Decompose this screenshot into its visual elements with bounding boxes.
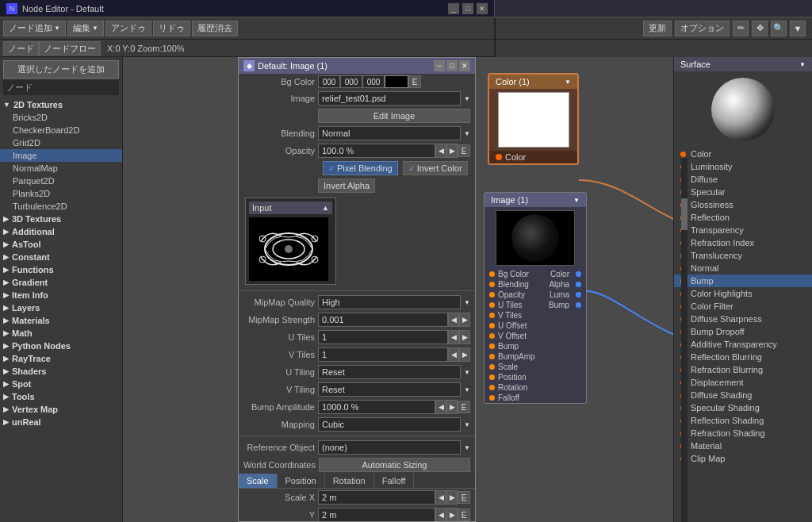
search-btn[interactable]: 🔍 xyxy=(771,21,787,36)
invert-color-btn[interactable]: ✓ Invert Color xyxy=(403,161,468,175)
bg-color-e-btn[interactable]: E xyxy=(408,75,421,88)
surface-item-color[interactable]: Color xyxy=(674,148,812,160)
tree-grid2d[interactable]: Grid2D xyxy=(0,136,122,149)
redo-btn[interactable]: リドゥ xyxy=(153,21,190,36)
surface-item-diffuse[interactable]: Diffuse xyxy=(674,173,812,186)
scale-x-input[interactable] xyxy=(318,490,435,505)
v-tiling-select[interactable]: Reset xyxy=(318,382,461,397)
category-constant[interactable]: ▶ Constant xyxy=(0,251,122,263)
v-tiles-right-btn[interactable]: ▶ xyxy=(459,347,470,362)
category-additional[interactable]: ▶ Additional xyxy=(0,225,122,238)
bg-color-g[interactable] xyxy=(340,75,362,88)
category-2d-textures[interactable]: ▼ 2D Textures xyxy=(0,98,122,111)
category-vertex-map[interactable]: ▶ Vertex Map xyxy=(0,403,122,416)
category-astool[interactable]: ▶ AsTool xyxy=(0,238,122,251)
tree-turbulence2d[interactable]: Turbulence2D xyxy=(0,200,122,213)
mapping-select[interactable]: Cubic xyxy=(318,417,461,432)
category-shaders[interactable]: ▶ Shaders xyxy=(0,365,122,378)
category-math[interactable]: ▶ Math xyxy=(0,327,122,340)
category-item-info[interactable]: ▶ Item Info xyxy=(0,289,122,301)
scale-x-left-btn[interactable]: ◀ xyxy=(435,490,446,505)
surface-item-specular-shading[interactable]: Specular Shading xyxy=(674,401,812,414)
node-editor-close-btn[interactable]: ✕ xyxy=(477,3,488,14)
surface-item-normal[interactable]: Normal xyxy=(674,262,812,274)
image-select[interactable]: relief_test01.psd xyxy=(318,91,461,106)
invert-alpha-btn[interactable]: Invert Alpha xyxy=(318,178,375,193)
bg-color-preview[interactable] xyxy=(385,75,408,88)
surface-item-reflection-shading[interactable]: Reflection Shading xyxy=(674,414,812,427)
dialog-close-btn[interactable]: ✕ xyxy=(459,60,470,71)
move-btn[interactable]: ✥ xyxy=(752,21,768,36)
bump-right-btn[interactable]: ▶ xyxy=(446,400,458,414)
canvas-area[interactable]: ◆ Default: Image (1) − □ ✕ Bg Color E xyxy=(123,57,673,522)
pixel-blending-btn[interactable]: ✓ Pixel Blending xyxy=(323,161,398,175)
category-layers[interactable]: ▶ Layers xyxy=(0,301,122,314)
category-unreal[interactable]: ▶ unReal xyxy=(0,416,122,428)
node-editor-minimize-btn[interactable]: _ xyxy=(448,3,459,14)
mipmap-right-btn[interactable]: ▶ xyxy=(459,313,470,327)
tree-normalmap[interactable]: NormalMap xyxy=(0,162,122,175)
dialog-minimize-btn[interactable]: − xyxy=(434,60,445,71)
surface-item-transparency[interactable]: Transparency xyxy=(674,224,812,236)
scale-x-e-btn[interactable]: E xyxy=(458,491,470,504)
surface-item-luminosity[interactable]: Luminosity xyxy=(674,160,812,173)
dialog-maximize-btn[interactable]: □ xyxy=(446,60,458,71)
add-node-btn[interactable]: ノード追加▼ xyxy=(3,21,66,36)
surface-item-color-highlights[interactable]: Color Highlights xyxy=(674,287,812,300)
edit-image-btn[interactable]: Edit Image xyxy=(318,109,470,123)
scale-y-right-btn[interactable]: ▶ xyxy=(446,508,458,522)
category-raytrace[interactable]: ▶ RayTrace xyxy=(0,352,122,365)
surface-item-refraction-shading[interactable]: Refraction Shading xyxy=(674,427,812,439)
v-tiles-input[interactable] xyxy=(318,347,448,362)
category-gradient[interactable]: ▶ Gradient xyxy=(0,276,122,289)
bg-color-r[interactable] xyxy=(318,75,340,88)
surface-item-color-filter[interactable]: Color Filter xyxy=(674,300,812,313)
surface-item-material[interactable]: Material xyxy=(674,439,812,452)
clear-history-btn[interactable]: 履歴消去 xyxy=(192,21,238,36)
tab-position[interactable]: Position xyxy=(278,474,325,488)
opacity-input[interactable] xyxy=(318,144,435,158)
scale-y-left-btn[interactable]: ◀ xyxy=(435,508,446,522)
category-tools[interactable]: ▶ Tools xyxy=(0,390,122,403)
bump-amplitude-input[interactable] xyxy=(318,400,435,414)
pencil-btn[interactable]: ✏ xyxy=(733,21,749,36)
scale-x-right-btn[interactable]: ▶ xyxy=(446,490,458,505)
surface-item-specular[interactable]: Specular xyxy=(674,186,812,198)
opacity-right-btn[interactable]: ▶ xyxy=(446,144,458,158)
blending-select[interactable]: Normal xyxy=(318,126,461,140)
surface-item-additive-transparency[interactable]: Additive Transparency xyxy=(674,338,812,351)
surface-item-diffuse-sharpness[interactable]: Diffuse Sharpness xyxy=(674,313,812,325)
opacity-left-btn[interactable]: ◀ xyxy=(435,144,446,158)
bg-color-b[interactable] xyxy=(362,75,385,88)
u-tiles-left-btn[interactable]: ◀ xyxy=(448,330,459,344)
surface-item-refraction-index[interactable]: Refraction Index xyxy=(674,236,812,249)
world-coordinates-btn[interactable]: Automatic Sizing xyxy=(319,458,470,472)
reference-object-select[interactable]: (none) xyxy=(318,440,461,455)
category-3d-textures[interactable]: ▶ 3D Textures xyxy=(0,213,122,225)
opacity-e-btn[interactable]: E xyxy=(458,144,470,157)
mipmap-left-btn[interactable]: ◀ xyxy=(448,313,459,327)
nodeflow-tab-btn[interactable]: ノードフロー xyxy=(39,41,101,56)
surface-item-displacement[interactable]: Displacement xyxy=(674,376,812,389)
node-editor-maximize-btn[interactable]: □ xyxy=(462,3,473,14)
mipmap-quality-select[interactable]: High xyxy=(318,295,461,309)
surface-item-bump[interactable]: Bump xyxy=(674,274,812,287)
surface-item-translucency[interactable]: Translucency xyxy=(674,249,812,262)
surface-item-glossiness[interactable]: Glossiness xyxy=(674,198,812,211)
edit-btn[interactable]: 編集▼ xyxy=(67,21,104,36)
node-tab-btn[interactable]: ノード xyxy=(3,41,39,56)
bump-e-btn[interactable]: E xyxy=(458,401,470,413)
more-btn[interactable]: ▼ xyxy=(790,21,806,36)
update-btn[interactable]: 更新 xyxy=(643,21,672,36)
category-spot[interactable]: ▶ Spot xyxy=(0,378,122,390)
tree-image[interactable]: Image xyxy=(0,149,122,162)
u-tiles-input[interactable] xyxy=(318,330,448,344)
surface-item-refraction-blurring[interactable]: Refraction Blurring xyxy=(674,363,812,376)
u-tiling-select[interactable]: Reset xyxy=(318,365,461,379)
surface-item-reflection-blurring[interactable]: Reflection Blurring xyxy=(674,351,812,363)
surface-item-clip-map[interactable]: Clip Map xyxy=(674,452,812,465)
tree-bricks2d[interactable]: Bricks2D xyxy=(0,111,122,124)
tree-checkerboard2d[interactable]: CheckerBoard2D xyxy=(0,124,122,136)
add-selected-node-btn[interactable]: 選択したノードを追加 xyxy=(3,60,119,79)
options-btn[interactable]: オプション xyxy=(675,21,730,36)
